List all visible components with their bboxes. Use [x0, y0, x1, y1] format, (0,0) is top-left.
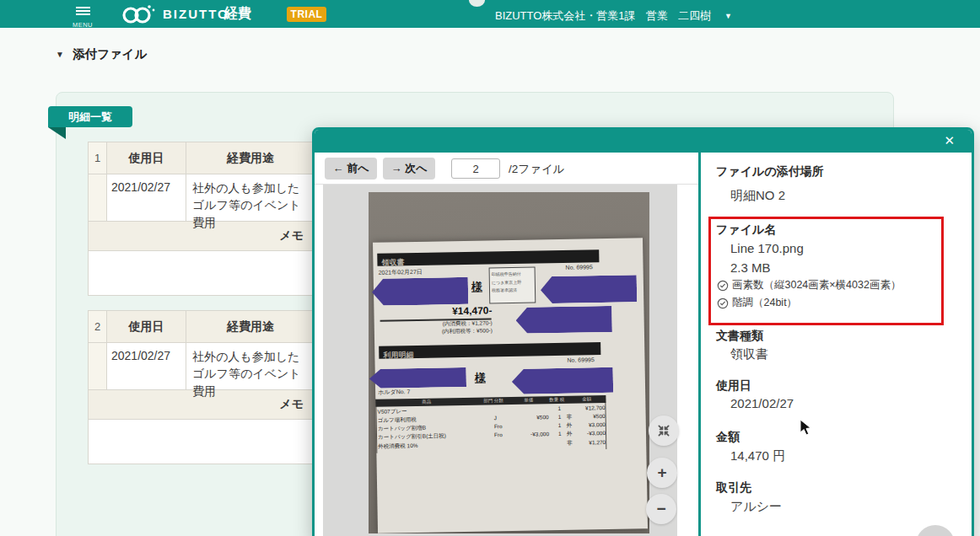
file-name-label: ファイル名 [716, 222, 776, 238]
check-circle-icon [717, 297, 729, 309]
col-header-expense-purpose: 経費用途 [186, 311, 315, 342]
fit-to-screen-icon [657, 424, 670, 437]
check-circle-icon [717, 280, 729, 292]
receipt-title-bar: 領収書 [377, 249, 599, 266]
chevron-down-icon: ▼ [724, 12, 732, 20]
next-file-button[interactable]: → 次へ [383, 158, 435, 180]
receipt-photo: 領収書 2021年02月27日 No. 69995 様 印紙税申告納付 につき東… [369, 192, 649, 533]
file-page-input[interactable] [451, 158, 500, 179]
caret-down-icon: ▼ [56, 50, 64, 59]
fit-to-screen-button[interactable] [649, 415, 679, 446]
attachments-section-toggle[interactable]: ▼ 添付ファイル [56, 46, 147, 62]
tax-stamp-box: 印紙税申告納付 につき東京上野 税務署承認済 [489, 266, 536, 303]
image-canvas: 領収書 2021年02月27日 No. 69995 様 印紙税申告納付 につき東… [323, 185, 677, 536]
tax-line-2: (内利用税等：¥500-) [391, 327, 493, 336]
sama-label: 様 [475, 371, 486, 386]
section-title: 添付ファイル [73, 46, 147, 62]
brand-name: BIZUTTO [163, 7, 229, 21]
file-count-label: /2ファイル [509, 162, 565, 177]
use-date-value: 2021/02/27 [730, 396, 794, 410]
expense-purpose-value: 社外の人も参加したゴルフ等のイベント費用 [186, 174, 315, 221]
hamburger-icon [76, 5, 90, 17]
col-header-use-date: 使用日 [107, 311, 186, 342]
redaction-arrow [541, 275, 638, 303]
detail-table-2: 2 使用日 経費用途 2021/02/27 社外の人も参加したゴルフ等のイベント… [88, 310, 315, 464]
mouse-cursor [800, 419, 813, 437]
viewer-toolbar: ← 前へ → 次へ /2ファイル [315, 153, 698, 185]
user-role: 営業 [646, 8, 668, 24]
doc-type-value: 領収書 [730, 346, 768, 362]
holder-number: ホルダNo. 7 [378, 388, 410, 397]
redaction-arrow [512, 367, 614, 394]
attach-location-label: ファイルの添付場所 [716, 164, 824, 180]
receipt-paper: 領収書 2021年02月27日 No. 69995 様 印紙税申告納付 につき東… [373, 238, 648, 533]
redaction-arrow [372, 277, 469, 306]
sama-label: 様 [471, 280, 482, 295]
trial-badge: TRIAL [287, 7, 326, 22]
arrow-left-icon: ← [333, 162, 344, 174]
depth-info-row: 階調（24bit） [717, 296, 797, 310]
scroll-top-button[interactable] [916, 525, 955, 536]
user-menu[interactable]: 営業 二四樹 ▼ [646, 8, 732, 24]
receipt-date: 2021年02月27日 [379, 268, 423, 277]
col-header-expense-purpose: 経費用途 [186, 142, 315, 174]
memo-value-empty [89, 251, 315, 295]
bizutto-logo-icon [119, 3, 158, 29]
receipt-number-2: No. 69995 [567, 356, 594, 363]
pixel-info-row: 画素数（縦3024画素×横4032画素） [717, 278, 901, 292]
menu-label: MENU [66, 21, 100, 29]
expense-purpose-value: 社外の人も参加したゴルフ等のイベント費用 [186, 343, 315, 389]
company-name: BIZUTTO株式会社・営業1課 [495, 8, 636, 24]
detail-table-1: 1 使用日 経費用途 2021/02/27 社外の人も参加したゴルフ等のイベント… [88, 142, 315, 296]
file-size-value: 2.3 MB [730, 260, 771, 275]
vendor-value: アルシー [730, 499, 782, 515]
receipt-number: No. 69995 [566, 264, 593, 271]
memo-value-empty [89, 420, 315, 464]
arrow-right-icon: → [391, 162, 402, 174]
row-number-spacer [89, 174, 107, 221]
use-date-value: 2021/02/27 [107, 174, 186, 221]
amount-label: 金額 [716, 430, 740, 445]
top-header-bar: MENU BIZUTTO 経費 TRIAL BIZUTTO株式会社・営業1課 営… [0, 0, 980, 28]
zoom-out-button[interactable]: − [646, 494, 676, 524]
vendor-label: 取引先 [716, 480, 751, 496]
redaction-arrow [369, 367, 466, 389]
use-date-value: 2021/02/27 [107, 343, 186, 389]
use-date-label: 使用日 [716, 378, 751, 394]
amount-value: 14,470 円 [730, 448, 785, 464]
user-name: 二四樹 [678, 8, 711, 24]
menu-button[interactable]: MENU [66, 3, 100, 27]
usage-detail-bar: 利用明細 [379, 342, 600, 359]
zoom-in-button[interactable]: + [647, 458, 677, 488]
filename-highlight-box: ファイル名 Line 170.png 2.3 MB 画素数（縦3024画素×横4… [708, 217, 944, 325]
doc-type-label: 文書種類 [716, 329, 763, 344]
redaction-arrow [515, 306, 612, 334]
modal-header: ✕ [315, 130, 972, 153]
file-preview-modal: ✕ ← 前へ → 次へ /2ファイル 領収書 2021年02月27日 No. 6… [312, 127, 974, 536]
attach-location-value: 明細NO 2 [730, 188, 785, 204]
app-root: MENU BIZUTTO 経費 TRIAL BIZUTTO株式会社・営業1課 営… [0, 0, 980, 536]
row-number-spacer [89, 343, 107, 389]
receipt-total: ¥14,470- [407, 304, 492, 318]
row-number: 2 [89, 311, 107, 342]
prev-file-button[interactable]: ← 前へ [325, 158, 377, 180]
brand-suffix: 経費 [224, 5, 251, 23]
detail-list-badge: 明細一覧 [48, 106, 132, 127]
file-name-value: Line 170.png [730, 241, 804, 255]
col-header-use-date: 使用日 [107, 142, 186, 174]
file-info-panel: ファイルの添付場所 明細NO 2 ファイル名 Line 170.png 2.3 … [701, 153, 972, 536]
row-number: 1 [89, 142, 107, 174]
close-icon[interactable]: ✕ [944, 133, 955, 148]
